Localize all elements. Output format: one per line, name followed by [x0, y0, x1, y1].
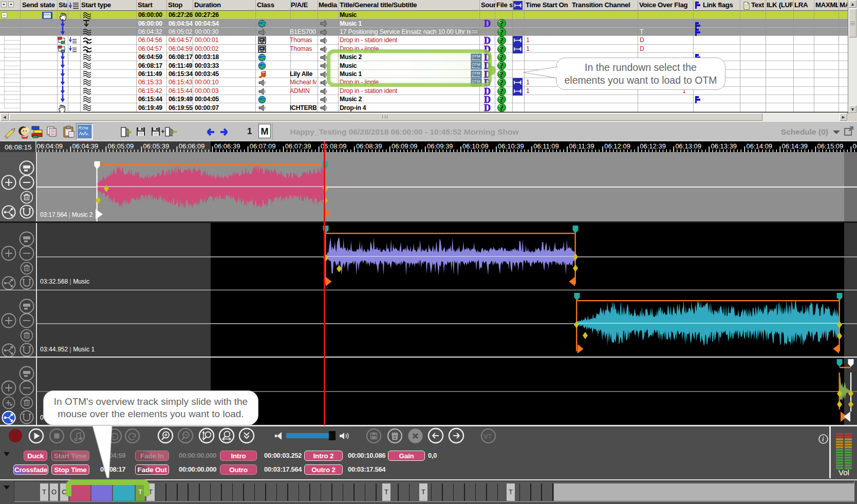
- svg-text:?: ?: [500, 62, 504, 70]
- svg-text:?: ?: [500, 96, 504, 104]
- svg-text:D: D: [484, 36, 491, 45]
- svg-text:D: D: [484, 103, 491, 112]
- svg-text:?: ?: [500, 87, 504, 95]
- svg-text:?: ?: [500, 54, 504, 62]
- svg-text:VT: VT: [483, 433, 492, 440]
- svg-text:D: D: [484, 19, 491, 28]
- svg-text:?: ?: [500, 45, 504, 53]
- svg-text:D: D: [484, 87, 491, 96]
- svg-text:?: ?: [500, 70, 504, 78]
- svg-text:?: ?: [500, 20, 504, 28]
- svg-text:i: i: [822, 436, 824, 443]
- svg-text:?: ?: [500, 104, 504, 112]
- svg-text:D: D: [484, 95, 491, 104]
- svg-text:OTM: OTM: [80, 126, 88, 130]
- svg-text:?: ?: [500, 79, 504, 87]
- svg-text:?: ?: [500, 37, 504, 45]
- svg-text:?: ?: [500, 28, 504, 36]
